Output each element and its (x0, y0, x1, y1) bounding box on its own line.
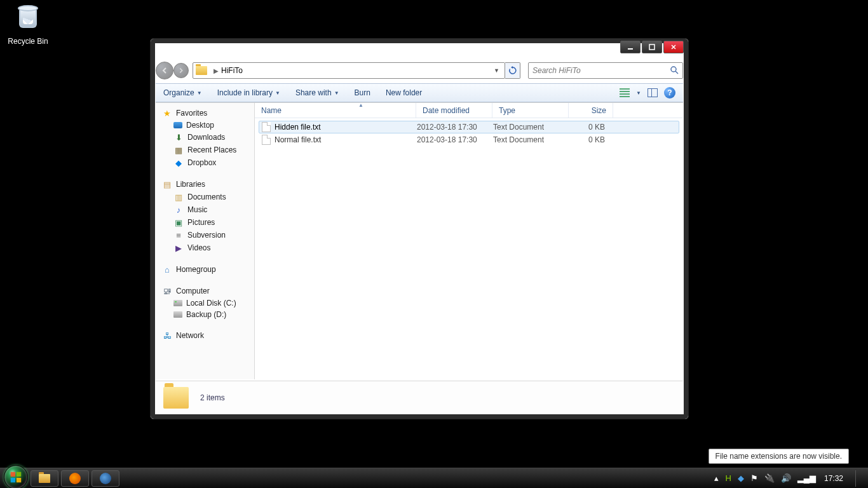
taskbar-thunderbird-button[interactable] (92, 470, 119, 487)
sidebar-item-backup-d[interactable]: Backup (D:) (156, 309, 254, 320)
computer-label: Computer (176, 287, 210, 295)
path-separator-icon: ▶ (214, 67, 219, 74)
libraries-icon: ▤ (162, 179, 172, 189)
homegroup-icon: ⌂ (162, 264, 172, 274)
file-size: 0 KB (569, 135, 614, 144)
close-button[interactable] (663, 41, 684, 53)
burn-button[interactable]: Burn (355, 88, 370, 97)
new-folder-button[interactable]: New folder (386, 88, 422, 97)
dropdown-icon: ▼ (275, 90, 280, 96)
file-rows: Hidden file.txt2012-03-18 17:30Text Docu… (255, 118, 683, 149)
computer-icon: 🖳 (162, 286, 172, 296)
explorer-body: ★Favorites Desktop ⬇Downloads ▦Recent Pl… (156, 102, 683, 379)
share-with-menu[interactable]: Share with▼ (295, 88, 339, 97)
svg-rect-0 (628, 48, 633, 50)
include-in-library-menu[interactable]: Include in library▼ (217, 88, 280, 97)
tray-dropbox-icon[interactable]: ◆ (738, 473, 744, 483)
file-row[interactable]: Hidden file.txt2012-03-18 17:30Text Docu… (259, 121, 679, 133)
sidebar-item-label: Downloads (187, 133, 225, 142)
taskbar-explorer-button[interactable] (31, 470, 58, 487)
file-row[interactable]: Normal file.txt2012-03-18 17:30Text Docu… (259, 133, 679, 146)
address-dropdown-icon[interactable]: ▼ (491, 67, 502, 74)
organize-menu[interactable]: Organize▼ (163, 88, 202, 97)
sidebar-item-recent-places[interactable]: ▦Recent Places (156, 144, 254, 156)
explorer-icon (39, 474, 50, 483)
system-tray: ▴ H ◆ ⚑ 🔌 🔊 ▂▄▆ 17:32 (714, 470, 864, 487)
star-icon: ★ (162, 108, 172, 118)
window-controls (620, 41, 684, 53)
start-button[interactable] (4, 465, 28, 489)
documents-icon: ▥ (173, 192, 184, 202)
search-icon (670, 65, 679, 76)
maximize-button[interactable] (642, 41, 662, 53)
sidebar-item-downloads[interactable]: ⬇Downloads (156, 131, 254, 144)
forward-button[interactable] (173, 63, 189, 78)
sidebar-item-videos[interactable]: ▶Videos (156, 241, 254, 254)
organize-label: Organize (163, 88, 194, 97)
desktop-icon-recycle-bin[interactable]: Recycle Bin (8, 5, 48, 46)
minimize-button[interactable] (620, 41, 641, 53)
sidebar-item-desktop[interactable]: Desktop (156, 119, 254, 131)
dropdown-icon: ▼ (334, 90, 339, 96)
address-path: HiFiTo (221, 66, 243, 75)
show-desktop-button[interactable] (855, 470, 862, 487)
view-dropdown-icon[interactable]: ▼ (636, 90, 641, 96)
address-bar[interactable]: ▶ HiFiTo ▼ (193, 62, 505, 79)
sidebar-item-dropbox[interactable]: ◆Dropbox (156, 156, 254, 169)
file-date: 2012-03-18 17:30 (417, 135, 493, 144)
sidebar-item-label: Desktop (186, 121, 214, 130)
search-box[interactable] (528, 62, 683, 79)
homegroup-label: Homegroup (176, 265, 216, 274)
refresh-button[interactable] (505, 62, 520, 79)
column-header-size[interactable]: Size (569, 103, 613, 118)
taskbar-firefox-button[interactable] (61, 470, 89, 487)
pictures-icon: ▣ (173, 217, 184, 227)
preview-pane-button[interactable] (648, 88, 658, 97)
sidebar-item-label: Pictures (187, 218, 215, 227)
sidebar-homegroup-header[interactable]: ⌂Homegroup (156, 263, 254, 276)
dropdown-icon: ▼ (197, 90, 202, 96)
tray-clock[interactable]: 17:32 (822, 474, 845, 483)
drive-icon (173, 311, 182, 318)
firefox-icon (69, 473, 81, 484)
search-input[interactable] (532, 66, 670, 75)
sort-ascending-icon: ▲ (358, 102, 363, 108)
tray-power-icon[interactable]: 🔌 (764, 473, 775, 483)
sidebar-network-header[interactable]: 🖧Network (156, 329, 254, 342)
column-header-date[interactable]: Date modified (416, 103, 492, 118)
subversion-icon: ≡ (173, 230, 184, 240)
file-type: Text Document (493, 123, 569, 132)
help-button[interactable]: ? (664, 87, 675, 98)
tray-volume-icon[interactable]: 🔊 (781, 473, 791, 483)
sidebar-item-label: Videos (187, 243, 210, 252)
file-type: Text Document (493, 135, 569, 144)
sidebar-computer-header[interactable]: 🖳Computer (156, 285, 254, 297)
file-list-pane: Name ▲ Date modified Type Size Hidden fi… (255, 103, 683, 379)
text-file-icon (262, 135, 271, 145)
tray-show-hidden-icon[interactable]: ▴ (714, 473, 719, 483)
sidebar-item-subversion[interactable]: ≡Subversion (156, 229, 254, 241)
text-file-icon (262, 122, 271, 132)
sidebar-item-local-disk-c[interactable]: Local Disk (C:) (156, 297, 254, 309)
music-icon: ♪ (173, 205, 184, 215)
details-pane: 2 items (156, 381, 683, 414)
navigation-bar: ▶ HiFiTo ▼ (156, 58, 683, 83)
column-header-name[interactable]: Name ▲ (255, 103, 416, 118)
sidebar-favorites-header[interactable]: ★Favorites (156, 107, 254, 119)
sidebar-item-documents[interactable]: ▥Documents (156, 191, 254, 203)
back-button[interactable] (156, 62, 173, 79)
explorer-window: ▶ HiFiTo ▼ Organize▼ Include in library▼… (150, 38, 689, 419)
tray-action-center-icon[interactable]: ⚑ (750, 473, 758, 483)
tray-network-icon[interactable]: ▂▄▆ (797, 473, 816, 483)
taskbar: ▴ H ◆ ⚑ 🔌 🔊 ▂▄▆ 17:32 (0, 468, 868, 488)
tray-hifito-icon[interactable]: H (725, 473, 731, 483)
share-label: Share with (295, 88, 332, 97)
folder-icon (196, 66, 207, 75)
file-name: Normal file.txt (275, 135, 321, 144)
sidebar-item-music[interactable]: ♪Music (156, 203, 254, 216)
view-options-icon[interactable] (620, 88, 630, 97)
sidebar-item-pictures[interactable]: ▣Pictures (156, 216, 254, 229)
recent-places-icon: ▦ (173, 145, 184, 155)
column-header-type[interactable]: Type (492, 103, 569, 118)
sidebar-libraries-header[interactable]: ▤Libraries (156, 178, 254, 191)
